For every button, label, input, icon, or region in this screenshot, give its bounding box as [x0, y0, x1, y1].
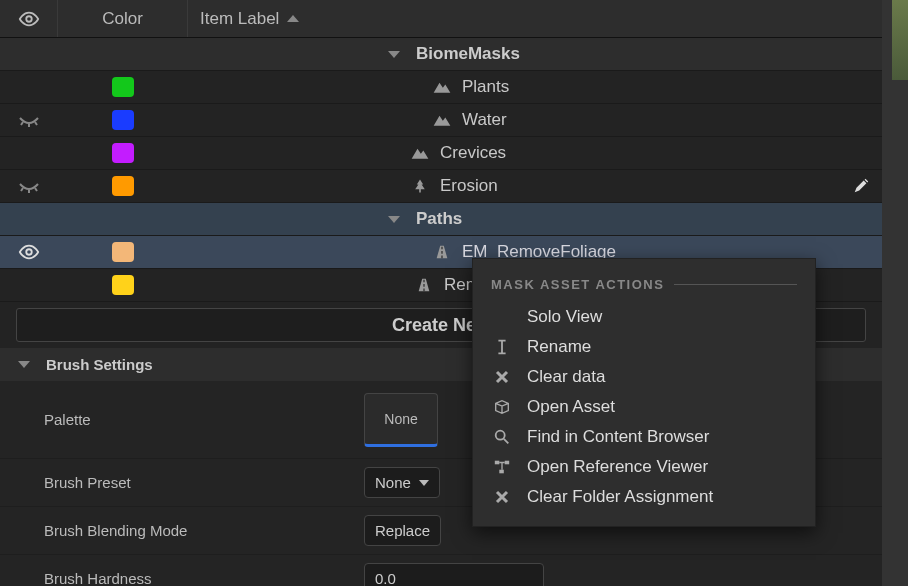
chevron-down-icon: [18, 361, 30, 368]
color-swatch[interactable]: [112, 77, 134, 97]
setting-label: Brush Preset: [0, 474, 352, 491]
edit-icon[interactable]: [852, 177, 870, 195]
visibility-header[interactable]: [0, 0, 58, 37]
menu-solo-view[interactable]: Solo View: [473, 302, 815, 332]
menu-label: Clear data: [527, 367, 605, 387]
layer-row-erosion[interactable]: Erosion: [0, 170, 882, 203]
search-icon: [491, 428, 513, 446]
box-icon: [491, 398, 513, 416]
color-swatch[interactable]: [112, 275, 134, 295]
brush-preset-dropdown[interactable]: None: [364, 467, 440, 498]
setting-label: Palette: [0, 411, 352, 428]
divider: [674, 284, 797, 285]
context-menu: MASK ASSET ACTIONS Solo View Rename Clea…: [472, 258, 816, 527]
layer-label: Erosion: [440, 176, 498, 196]
group-label: BiomeMasks: [416, 44, 520, 64]
input-value: 0.0: [375, 570, 396, 586]
section-title: Brush Settings: [46, 356, 153, 373]
layer-label: Water: [462, 110, 507, 130]
menu-label: Solo View: [527, 307, 602, 327]
group-label: Paths: [416, 209, 462, 229]
menu-label: Open Asset: [527, 397, 615, 417]
svg-rect-5: [499, 470, 504, 474]
menu-find-content-browser[interactable]: Find in Content Browser: [473, 422, 815, 452]
layer-row-water[interactable]: Water: [0, 104, 882, 137]
svg-rect-4: [505, 461, 510, 465]
layer-row-crevices[interactable]: Crevices: [0, 137, 882, 170]
chevron-down-icon: [419, 480, 429, 486]
label-header-text: Item Label: [200, 9, 279, 29]
column-headers: Color Item Label: [0, 0, 882, 38]
color-swatch[interactable]: [112, 176, 134, 196]
mountain-icon: [410, 145, 430, 161]
svg-point-1: [26, 249, 32, 255]
setting-label: Brush Blending Mode: [0, 522, 352, 539]
layer-label: Plants: [462, 77, 509, 97]
brush-blend-dropdown[interactable]: Replace: [364, 515, 441, 546]
palette-thumbnail[interactable]: None: [364, 393, 438, 447]
color-swatch[interactable]: [112, 242, 134, 262]
brush-hardness-input[interactable]: 0.0: [364, 563, 544, 586]
menu-label: Find in Content Browser: [527, 427, 709, 447]
svg-point-2: [496, 431, 505, 440]
mountain-icon: [432, 112, 452, 128]
menu-label: Open Reference Viewer: [527, 457, 708, 477]
menu-clear-data[interactable]: Clear data: [473, 362, 815, 392]
tree-icon: [410, 178, 430, 194]
setting-brush-hardness: Brush Hardness 0.0: [0, 555, 882, 586]
eye-icon[interactable]: [18, 241, 40, 263]
svg-rect-3: [495, 461, 500, 465]
layer-label: Crevices: [440, 143, 506, 163]
menu-open-asset[interactable]: Open Asset: [473, 392, 815, 422]
close-icon: [491, 489, 513, 505]
setting-label: Brush Hardness: [0, 570, 352, 586]
hidden-eye-icon[interactable]: [17, 178, 41, 194]
road-icon: [432, 244, 452, 260]
group-biomemasks[interactable]: BiomeMasks: [0, 38, 882, 71]
chevron-down-icon: [388, 51, 400, 58]
svg-point-0: [26, 16, 32, 22]
graph-icon: [491, 458, 513, 476]
color-swatch[interactable]: [112, 110, 134, 130]
context-menu-title: MASK ASSET ACTIONS: [491, 277, 664, 292]
rename-icon: [491, 338, 513, 356]
label-header[interactable]: Item Label: [188, 9, 882, 29]
layer-row-plants[interactable]: Plants: [0, 71, 882, 104]
hidden-eye-icon[interactable]: [17, 112, 41, 128]
mountain-icon: [432, 79, 452, 95]
eye-icon: [18, 8, 40, 30]
menu-label: Clear Folder Assignment: [527, 487, 713, 507]
group-paths[interactable]: Paths: [0, 203, 882, 236]
viewport-edge: [882, 0, 908, 586]
close-icon: [491, 369, 513, 385]
menu-reference-viewer[interactable]: Open Reference Viewer: [473, 452, 815, 482]
context-menu-header: MASK ASSET ACTIONS: [473, 271, 815, 302]
menu-label: Rename: [527, 337, 591, 357]
chevron-down-icon: [388, 216, 400, 223]
menu-clear-folder[interactable]: Clear Folder Assignment: [473, 482, 815, 512]
road-icon: [414, 277, 434, 293]
sort-ascending-icon: [287, 15, 299, 22]
dropdown-value: None: [375, 474, 411, 491]
menu-rename[interactable]: Rename: [473, 332, 815, 362]
color-swatch[interactable]: [112, 143, 134, 163]
color-header[interactable]: Color: [58, 0, 188, 37]
dropdown-value: Replace: [375, 522, 430, 539]
